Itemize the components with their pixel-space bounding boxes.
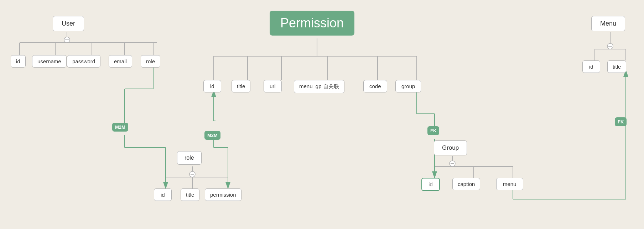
svg-point-35 — [607, 43, 613, 49]
role-header-node[interactable]: role — [177, 151, 202, 165]
m2m-user-role-badge: M2M — [112, 123, 128, 132]
m2m-role-perm-badge: M2M — [204, 131, 220, 140]
user-header-node[interactable]: User — [53, 16, 84, 31]
menu-title-node[interactable]: title — [607, 60, 626, 73]
svg-point-22 — [189, 171, 195, 177]
user-password-node[interactable]: password — [67, 55, 100, 68]
role-title-node[interactable]: title — [181, 188, 199, 201]
diagram-canvas: User id username password email role M2M… — [0, 0, 644, 229]
perm-menu-gp-node[interactable]: menu_gp 自关联 — [294, 80, 344, 93]
group-menu-node[interactable]: menu — [496, 178, 523, 190]
user-id-node[interactable]: id — [11, 55, 26, 68]
user-role-node[interactable]: role — [141, 55, 160, 68]
group-caption-node[interactable]: caption — [452, 178, 480, 190]
user-username-node[interactable]: username — [32, 55, 67, 68]
fk-group-badge: FK — [427, 126, 439, 135]
perm-id-node[interactable]: id — [203, 80, 221, 92]
role-permission-node[interactable]: permission — [205, 188, 242, 201]
perm-code-node[interactable]: code — [363, 80, 387, 92]
role-id-node[interactable]: id — [154, 188, 172, 201]
menu-header-node[interactable]: Menu — [591, 16, 625, 31]
group-id-node[interactable]: id — [421, 178, 440, 191]
svg-point-29 — [450, 161, 455, 166]
perm-group-node[interactable]: group — [395, 80, 421, 92]
group-header-node[interactable]: Group — [434, 140, 467, 155]
menu-id-node[interactable]: id — [582, 60, 600, 73]
fk-menu-badge: FK — [615, 117, 627, 126]
permission-header-node[interactable]: Permission — [270, 11, 354, 36]
svg-point-7 — [64, 37, 70, 43]
perm-url-node[interactable]: url — [264, 80, 282, 92]
user-email-node[interactable]: email — [109, 55, 132, 68]
perm-title-node[interactable]: title — [232, 80, 250, 92]
